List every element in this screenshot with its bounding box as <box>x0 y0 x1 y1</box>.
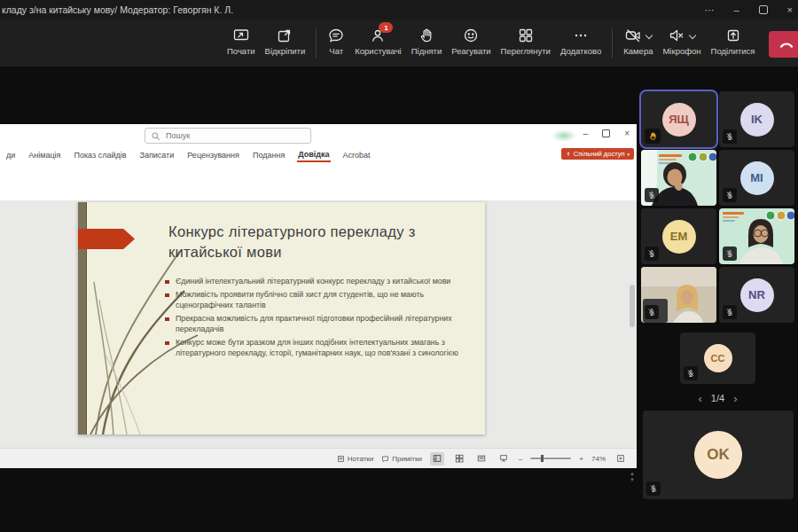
mic-muted-icon <box>668 27 685 44</box>
slide-bullet: Єдиний інтелектуальний літературний конк… <box>165 277 482 286</box>
toolbar-item-label: Користувачі <box>355 46 401 56</box>
unpin-button[interactable]: Відкріпити <box>262 25 309 58</box>
tab-acrobat[interactable]: Acrobat <box>342 149 372 161</box>
ppt-minimize-icon[interactable]: – <box>583 129 589 138</box>
slide-editing-area: Конкурс літературного перекладу з китайс… <box>0 200 637 448</box>
participants-button[interactable]: 1 Користувачі <box>351 25 404 58</box>
participant-tile-mi[interactable]: MI <box>719 150 794 206</box>
teams-meeting-window: кладу з/на китайську мову/ Модератор: Ге… <box>0 0 798 532</box>
shared-powerpoint-window: – × ди Анімація Показ слайдів Записати Р… <box>0 124 637 468</box>
ppt-status-bar: Нотатки Примітки – <box>0 448 637 468</box>
participant-tile-cc[interactable]: CC <box>680 332 755 384</box>
slide-sorter-view-button[interactable] <box>452 452 466 466</box>
participant-tile-ok[interactable]: OK <box>643 411 794 499</box>
chat-button[interactable]: Чат <box>324 25 348 58</box>
toolbar-item-label: Додатково <box>560 46 601 56</box>
tab-review[interactable]: Рецензування <box>186 149 240 161</box>
ppt-search-box[interactable] <box>145 128 311 144</box>
fit-to-window-button[interactable] <box>614 452 628 466</box>
window-close-icon[interactable]: × <box>787 5 793 15</box>
tab-record[interactable]: Записати <box>138 149 175 161</box>
window-more-icon[interactable]: ⋯ <box>704 5 714 15</box>
next-page-icon[interactable]: › <box>733 393 737 404</box>
window-minimize-icon[interactable]: – <box>733 5 739 15</box>
mic-muted-icon <box>645 305 659 319</box>
tab-help[interactable]: Довідка <box>297 148 330 162</box>
slide-nav-arrows[interactable]: ▲▼ <box>629 471 636 483</box>
people-icon: 1 <box>369 27 387 44</box>
search-input[interactable] <box>164 130 292 141</box>
mic-muted-icon <box>723 129 737 144</box>
camera-options-chevron-icon[interactable] <box>645 32 653 39</box>
scrollbar-thumb[interactable] <box>630 285 635 327</box>
zoom-in-button[interactable]: + <box>579 455 583 463</box>
slideshow-view-button[interactable] <box>497 452 511 466</box>
notes-toggle[interactable]: Нотатки <box>337 455 374 463</box>
raised-hand-icon <box>645 129 661 144</box>
mic-muted-icon <box>723 246 737 261</box>
react-button[interactable]: Реагувати <box>448 25 494 58</box>
comments-toggle[interactable]: Примітки <box>381 455 422 463</box>
search-icon <box>151 131 160 141</box>
slide-arrow-accent <box>78 229 135 249</box>
zoom-out-button[interactable]: – <box>519 455 522 463</box>
toolbar-item-label: Переглянути <box>501 46 551 56</box>
mic-muted-icon <box>723 188 737 202</box>
participants-count-badge: 1 <box>379 22 393 33</box>
meeting-title: кладу з/на китайську мову/ Модератор: Ге… <box>0 4 233 15</box>
zoom-slider-thumb[interactable] <box>541 455 544 462</box>
zoom-slider[interactable] <box>530 458 571 459</box>
ppt-close-icon[interactable]: × <box>624 129 630 138</box>
ppt-scrollbar[interactable]: ▲▼ <box>629 280 636 520</box>
microphone-button[interactable]: Мікрофон <box>659 25 704 58</box>
participant-tile-video-3[interactable] <box>641 267 716 323</box>
view-button[interactable]: Переглянути <box>497 25 554 58</box>
comments-icon <box>381 455 389 463</box>
reading-view-button[interactable] <box>474 452 489 466</box>
participant-tile-yashch[interactable]: ЯЩ <box>641 91 716 147</box>
normal-view-button[interactable] <box>430 452 444 466</box>
mic-muted-icon <box>645 246 659 261</box>
toolbar-item-label: Реагувати <box>451 46 490 56</box>
leave-button[interactable]: Вийти <box>769 31 798 58</box>
tab-animation[interactable]: Анімація <box>27 149 61 161</box>
filmstrip-pagination: ‹ 1/4 › <box>641 390 794 406</box>
ppt-share-button[interactable]: Спільний доступ ▾ <box>561 148 634 160</box>
avatar: EM <box>662 220 696 254</box>
avatar: OK <box>694 431 742 479</box>
participant-tile-video-2[interactable] <box>719 208 794 264</box>
slide-title: Конкурс літературного перекладу з китайс… <box>168 222 479 262</box>
more-dots-icon <box>572 27 590 44</box>
zoom-percent[interactable]: 74% <box>591 455 606 463</box>
tab-slideshow[interactable]: Показ слайдів <box>73 149 127 161</box>
hang-up-phone-icon <box>779 39 794 50</box>
raise-hand-icon <box>418 27 435 44</box>
chat-icon <box>327 27 345 44</box>
gallery-view-icon <box>517 27 535 44</box>
unpin-icon <box>276 27 293 44</box>
participant-tile-ik[interactable]: IK <box>719 91 794 147</box>
previous-page-icon[interactable]: ‹ <box>699 393 702 404</box>
window-maximize-icon[interactable] <box>759 5 768 14</box>
window-titlebar: кладу з/на китайську мову/ Модератор: Ге… <box>0 0 798 20</box>
start-share-button[interactable]: Почати <box>223 25 259 58</box>
camera-button[interactable]: Камера <box>620 25 656 58</box>
toolbar-item-label: Мікрофон <box>662 46 700 56</box>
raise-hand-button[interactable]: Підняти <box>408 25 446 58</box>
tab-view[interactable]: Подання <box>252 149 286 161</box>
page-indicator: 1/4 <box>711 393 724 403</box>
share-screen-button[interactable]: Поділитися <box>708 25 759 58</box>
microphone-options-chevron-icon[interactable] <box>689 32 696 39</box>
toolbar-item-label: Чат <box>329 46 343 56</box>
participant-tile-video-1[interactable] <box>641 150 716 206</box>
reaction-overlay <box>552 129 576 142</box>
more-options-button[interactable]: Додатково <box>557 25 605 58</box>
avatar: IK <box>740 103 774 137</box>
toolbar-divider <box>316 28 317 59</box>
participant-tile-nr[interactable]: NR <box>719 267 794 323</box>
tab-cutoff[interactable]: ди <box>5 149 16 161</box>
participant-tile-em[interactable]: EM <box>641 208 716 264</box>
slide-bullet: Можливість проявити публічно свій хист д… <box>165 290 482 310</box>
ppt-maximize-icon[interactable] <box>602 129 610 137</box>
avatar: ЯЩ <box>662 103 696 137</box>
